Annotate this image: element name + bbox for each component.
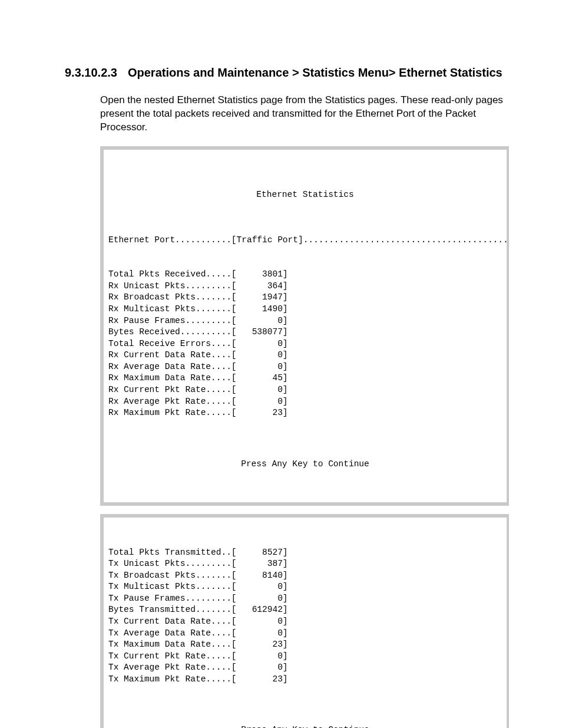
page: 9.3.10.2.3 Operations and Maintenance > …	[0, 0, 562, 728]
terminal-rows-rx: Total Pkts Received.....[ 3801] Rx Unica…	[108, 269, 502, 419]
section-heading: 9.3.10.2.3 Operations and Maintenance > …	[65, 65, 509, 81]
terminal-rows-tx: Total Pkts Transmitted..[ 8527] Tx Unica…	[108, 547, 502, 686]
section-title: Operations and Maintenance > Statistics …	[128, 65, 509, 81]
section-number: 9.3.10.2.3	[65, 65, 117, 81]
terminal-screen-rx: Ethernet Statistics Ethernet Port.......…	[100, 146, 509, 506]
terminal-title: Ethernet Statistics	[108, 179, 502, 212]
terminal-screen-tx: Total Pkts Transmitted..[ 8527] Tx Unica…	[100, 514, 509, 728]
terminal-footer-tx: Press Any Key to Continue	[108, 708, 502, 728]
terminal-footer-rx: Press Any Key to Continue	[108, 442, 502, 473]
terminal-port-line: Ethernet Port...........[Traffic Port]..…	[108, 235, 502, 246]
intro-paragraph: Open the nested Ethernet Statistics page…	[100, 94, 509, 134]
